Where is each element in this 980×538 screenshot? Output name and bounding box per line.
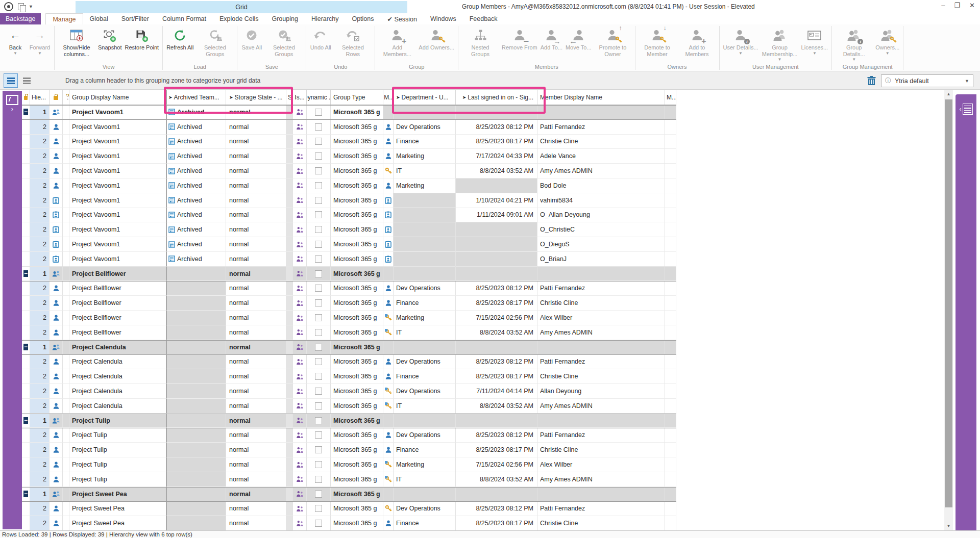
ribbon-button-remove-from[interactable]: −Remove From (500, 25, 539, 51)
grid-row-group[interactable]: −1Project Sweet PeanormalMicrosoft 365 g (22, 487, 676, 502)
dynamic-checkbox[interactable] (315, 109, 322, 116)
close-button[interactable]: ✕ (969, 2, 975, 9)
grid-row-member[interactable]: 2Project Vavoom1ArchivednormalMicrosoft … (22, 120, 676, 135)
ribbon-button-selected-rows[interactable]: Selected Rows (333, 25, 373, 57)
column-header-m[interactable]: M... (665, 90, 676, 105)
column-header-hie[interactable]: Hie... (30, 90, 50, 105)
dynamic-checkbox[interactable] (315, 123, 322, 131)
grid-row-member[interactable]: 2Project BellflowernormalMicrosoft 365 g… (22, 296, 676, 311)
left-panel-collapsed[interactable]: › (3, 91, 22, 529)
ribbon-button-promote-to-owner[interactable]: ↑Promote to Owner (593, 25, 633, 57)
ribbon-button-group-membership[interactable]: Group Membership...▼ (760, 25, 800, 62)
column-header-is[interactable]: Is... (293, 90, 307, 105)
dynamic-checkbox[interactable] (315, 197, 322, 204)
grid-row-member[interactable]: 2Project Vavoom1ArchivednormalMicrosoft … (22, 208, 676, 223)
dynamic-checkbox[interactable] (315, 491, 322, 498)
delete-profile-button[interactable] (866, 75, 877, 86)
column-header-member-display-name[interactable]: Member Display Name (537, 90, 665, 105)
dynamic-checkbox[interactable] (315, 520, 322, 527)
tab-global[interactable]: Global (83, 13, 115, 24)
column-header-department-u[interactable]: ➤Department - U... (394, 90, 456, 105)
grid-row-member[interactable]: 2Project Sweet PeanormalMicrosoft 365 gF… (22, 516, 676, 530)
grid-row-member[interactable]: 2Project CalendulanormalMicrosoft 365 gD… (22, 384, 676, 399)
ribbon-button-save-all[interactable]: Save All (239, 25, 264, 51)
column-header-col2[interactable] (50, 90, 63, 105)
grid-row-member[interactable]: 2Project Sweet PeanormalMicrosoft 365 gD… (22, 502, 676, 517)
tab-explode-cells[interactable]: Explode Cells (213, 13, 265, 24)
tab-windows[interactable]: Windows (424, 13, 463, 24)
grid-row-member[interactable]: 2Project Vavoom1ArchivednormalMicrosoft … (22, 252, 676, 267)
dynamic-checkbox[interactable] (315, 255, 322, 263)
grid-row-group[interactable]: −1Project TulipnormalMicrosoft 365 g (22, 414, 676, 428)
flat-view-button[interactable] (19, 73, 34, 88)
ribbon-button-snapshot[interactable]: Snapshot (96, 25, 123, 51)
ribbon-button-nested-groups[interactable]: Nested Groups (460, 25, 500, 57)
grid-row-group[interactable]: −1Project CalendulanormalMicrosoft 365 g (22, 340, 676, 355)
ribbon-button-add-members[interactable]: +Add Members... (377, 25, 417, 57)
tab-column-format[interactable]: Column Format (156, 13, 213, 24)
dynamic-checkbox[interactable] (315, 476, 322, 483)
tab-hierarchy[interactable]: Hierarchy (305, 13, 346, 24)
restore-button[interactable]: ❐ (954, 2, 960, 9)
ribbon-button-add-to-members[interactable]: +Add to Members (677, 25, 717, 57)
grid-row-member[interactable]: 2Project TulipnormalMicrosoft 365 gFinan… (22, 443, 676, 457)
grid-row-group[interactable]: −1Project BellflowernormalMicrosoft 365 … (22, 267, 676, 281)
dynamic-checkbox[interactable] (315, 138, 322, 145)
scrollbar-thumb[interactable] (945, 99, 952, 507)
dynamic-checkbox[interactable] (315, 505, 322, 512)
dynamic-checkbox[interactable] (315, 373, 322, 380)
column-header-s[interactable]: S... (286, 90, 293, 105)
dynamic-checkbox[interactable] (315, 446, 322, 453)
collapse-toggle[interactable]: − (23, 109, 28, 115)
grid-row-member[interactable]: 2Project Vavoom1ArchivednormalMicrosoft … (22, 193, 676, 208)
column-header-dynamic[interactable]: Dynamic ... (307, 90, 331, 105)
ribbon-button-group-details[interactable]: iGroup Details...▼ (834, 25, 874, 62)
ribbon-button-refresh-all[interactable]: Refresh All (165, 25, 195, 51)
dynamic-checkbox[interactable] (315, 226, 322, 233)
ribbon-button-move-to[interactable]: ←Move To... (564, 25, 593, 51)
scroll-down-icon[interactable]: ▼ (944, 522, 953, 530)
ribbon-button-owners[interactable]: Owners...▼ (874, 25, 901, 56)
grid-row-member[interactable]: 2Project TulipnormalMicrosoft 365 gMarke… (22, 457, 676, 472)
dynamic-checkbox[interactable] (315, 285, 322, 292)
vertical-scrollbar[interactable]: ▲ ▼ (944, 90, 953, 530)
ribbon-button-add-to[interactable]: →Add To... (539, 25, 564, 51)
column-header-col0[interactable] (22, 90, 30, 105)
scroll-up-icon[interactable]: ▲ (944, 90, 953, 98)
collapse-toggle[interactable]: − (23, 344, 28, 350)
grid-row-member[interactable]: 2Project CalendulanormalMicrosoft 365 gD… (22, 355, 676, 370)
column-header-storage-state[interactable]: ➤Storage State - ... (226, 90, 286, 105)
grid-row-member[interactable]: 2Project BellflowernormalMicrosoft 365 g… (22, 311, 676, 325)
grid-row-group[interactable]: −1Project Vavoom1ArchivednormalMicrosoft… (22, 105, 676, 120)
dynamic-checkbox[interactable] (315, 299, 322, 306)
ribbon-button-user-details[interactable]: iUser Details...▼ (722, 25, 760, 56)
ribbon-button-licenses[interactable]: Licenses...▼ (800, 25, 830, 56)
grid-row-member[interactable]: 2Project BellflowernormalMicrosoft 365 g… (22, 325, 676, 340)
qat-caret-icon[interactable]: ▼ (29, 4, 33, 9)
dynamic-checkbox[interactable] (315, 329, 322, 336)
column-header-archived-team[interactable]: ➤Archived Team... (166, 90, 226, 105)
grid-row-member[interactable]: 2Project Vavoom1ArchivednormalMicrosoft … (22, 222, 676, 237)
grid-row-member[interactable]: 2Project TulipnormalMicrosoft 365 gIT8/8… (22, 472, 676, 487)
column-header-group-display-name[interactable]: Group Display Name (69, 90, 166, 105)
ribbon-button-add-owners[interactable]: Add Owners... (417, 25, 456, 51)
dynamic-checkbox[interactable] (315, 270, 322, 277)
ribbon-button-demote-to-member[interactable]: ↓Demote to Member (638, 25, 677, 57)
ribbon-button-restore-point[interactable]: Restore Point (123, 25, 160, 51)
grid-profile-dropdown[interactable]: ⓘ Ytria default ▼ (881, 74, 973, 87)
column-header-m[interactable]: M.. (383, 90, 394, 105)
grid-row-member[interactable]: 2Project TulipnormalMicrosoft 365 gDev O… (22, 428, 676, 443)
tab-backstage[interactable]: Backstage (0, 13, 41, 24)
grid-row-member[interactable]: 2Project CalendulanormalMicrosoft 365 gF… (22, 369, 676, 384)
ribbon-button-selected-groups[interactable]: Selected Groups (264, 25, 304, 57)
tab-sort-filter[interactable]: Sort/Filter (115, 13, 156, 24)
dynamic-checkbox[interactable] (315, 461, 322, 468)
hierarchy-view-button[interactable] (4, 73, 18, 88)
column-header-item[interactable]: : (63, 90, 69, 105)
right-panel-collapsed[interactable]: ‹ (955, 94, 976, 530)
ribbon-button-undo-all[interactable]: Undo All (308, 25, 333, 51)
dynamic-checkbox[interactable] (315, 182, 322, 189)
collapse-toggle[interactable]: − (23, 491, 28, 497)
dynamic-checkbox[interactable] (315, 167, 322, 174)
collapse-toggle[interactable]: − (23, 417, 28, 424)
